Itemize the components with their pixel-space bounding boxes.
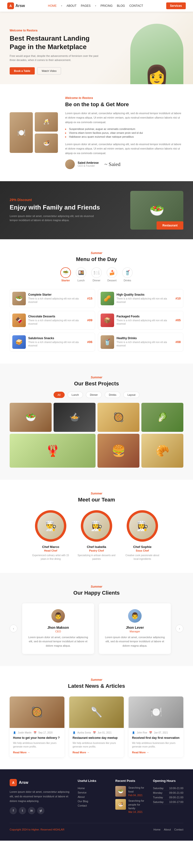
hero-welcome: Welcome to Restora (10, 29, 101, 32)
read-more-0[interactable]: Read More → (13, 751, 61, 754)
nav-about[interactable]: ABOUT (67, 4, 76, 7)
hero-section: Welcome to Restora Best Restaurant Landi… (0, 11, 193, 84)
team-name-2: Chef Sophie (133, 545, 152, 549)
menu-tab-lunch[interactable]: 🍱 Lunch (76, 267, 86, 282)
pages-caret: ▾ (95, 5, 96, 7)
about-list-item: Viverra etiam lorem facilisis purus, vit… (65, 131, 183, 135)
footer-link-3[interactable]: Our Blog (78, 799, 108, 803)
footer-link-4[interactable]: Contact (78, 803, 108, 808)
news-title-0: Home to get your home delivery ? (13, 736, 61, 740)
menu-item-name-5: Healthy Drinks (117, 337, 173, 340)
hours-day-3: Saturday (153, 801, 163, 803)
twitter-icon[interactable]: t (19, 807, 26, 814)
team-avatar-inner-2: 👩‍🍳 (129, 513, 156, 539)
news-date-icon-1: 📅 (93, 731, 96, 734)
about-subtitle: Welcome to Restora (65, 96, 183, 100)
logo-text: Arsw (15, 4, 25, 8)
menu-item-price-3: #05 (176, 318, 181, 322)
menu-item-info-5: Healthy Drinks There is a rich shared ad… (117, 337, 173, 347)
menu-item-5: 🥤 Healthy Drinks There is a rich shared … (98, 333, 183, 351)
news-card-0: 🥘 👤 Justin Martin 📅 Sep 17, 2020 Home to… (10, 696, 65, 757)
menu-section: Summer Menu of the Day 🥗 Starter 🍱 Lunch… (0, 239, 193, 364)
footer-nav-about[interactable]: About (164, 828, 171, 831)
discount-button[interactable]: Restaurant (157, 221, 183, 229)
team-name-1: Chef Isabella (87, 545, 106, 549)
footer-grid: A Arsw Lorem ipsum dolor sit amet, conse… (10, 779, 183, 816)
footer-nav-home[interactable]: Home (153, 828, 160, 831)
footer-post-1: 🍜 Searching for people for family Mar 14… (115, 799, 146, 813)
starter-label: Starter (61, 279, 70, 282)
news-meta-1: 👤 Aysha Sonia 📅 Jun 01, 2021 (73, 731, 121, 734)
next-arrow[interactable]: › (176, 625, 183, 632)
founder-signature: ~ Saied (105, 161, 120, 167)
project-tab-all[interactable]: All (53, 392, 65, 398)
nav-pricing[interactable]: PRICING (101, 4, 113, 7)
dinner-icon: 🍽️ (91, 267, 102, 278)
instagram-icon[interactable]: in (28, 807, 35, 814)
footer-link-0[interactable]: Home (78, 786, 108, 790)
team-avatar-0: 👨‍🍳 (35, 510, 66, 541)
team-avatar-2: 👩‍🍳 (127, 510, 158, 541)
menu-item-img-4: 🥪 (12, 335, 26, 349)
client-text-0: Lorem ipsum dolor sit amet, consectetur … (28, 635, 88, 648)
menu-tab-drinks[interactable]: 🥤 Drinks (122, 267, 133, 282)
menu-tab-dessert[interactable]: 🍰 Dessert (107, 267, 117, 282)
about-img-3: 🍜 (35, 133, 58, 153)
project-tab-lunch[interactable]: Lunch (68, 392, 83, 398)
team-section: Summer Meet our Team 👨‍🍳 Chef Marco Head… (0, 480, 193, 573)
footer-nav-contact[interactable]: Contact (174, 828, 183, 831)
project-tab-dinner[interactable]: Dinner (86, 392, 102, 398)
team-name-0: Chef Marco (42, 545, 60, 549)
project-item-3: 🥘 (98, 403, 140, 432)
hours-time-1: 09:00-21:00 (169, 791, 183, 794)
news-author-1: Aysha Sonia (77, 731, 91, 734)
project-item-2: 🍲 (53, 403, 95, 432)
hours-day-2: Tuesday (153, 796, 163, 799)
footer-link-1[interactable]: Service (78, 790, 108, 795)
team-avatar-inner-0: 👨‍🍳 (37, 513, 64, 539)
client-name-0: Jhon Makson (28, 626, 88, 629)
youtube-icon[interactable]: yt (37, 807, 44, 814)
nav-pages[interactable]: PAGES (81, 4, 90, 7)
news-subtitle: Summer (10, 678, 183, 681)
team-avatar-1: 👩‍🍳 (81, 510, 112, 541)
menu-item-info-2: Chocolate Desserts There is a rich share… (28, 315, 85, 326)
watch-video-button[interactable]: Watch Video (37, 67, 61, 74)
menu-tab-dinner[interactable]: 🍽️ Dinner (91, 267, 102, 282)
menu-tab-starter[interactable]: 🥗 Starter (60, 267, 71, 282)
project-tab-drinks[interactable]: Drinks (105, 392, 120, 398)
footer-link-2[interactable]: About (78, 795, 108, 799)
project-item-4: 🥬 (141, 403, 183, 432)
facebook-icon[interactable]: f (10, 807, 17, 814)
news-card-1: 🥄 👤 Aysha Sonia 📅 Jun 01, 2021 Restauran… (69, 696, 124, 757)
founder-row: Saied Ambrose CEO & Founder ~ Saied (65, 159, 183, 169)
hero-image: 👩 (130, 24, 183, 84)
nav-cta-button[interactable]: Services (166, 2, 186, 9)
footer-post-img-1: 🍜 (115, 799, 126, 810)
nav-home[interactable]: HOME (48, 4, 57, 7)
nav-contact[interactable]: CONTACT (129, 4, 143, 7)
news-date-icon-2: 📅 (149, 731, 152, 734)
about-list: Suspendisse pulvinar, augue ac venenatis… (65, 127, 183, 138)
read-more-1[interactable]: Read More → (73, 751, 121, 754)
lunch-icon: 🍱 (76, 267, 86, 278)
nav-logo[interactable]: A Arsw (7, 2, 25, 9)
hours-day-1: Monday (153, 791, 162, 794)
footer-post-title-1: Searching for people for family (128, 799, 146, 810)
news-section: Summer Latest News & Articles 🥘 👤 Justin… (0, 666, 193, 770)
team-desc-0: Experienced culinary artist with 15 year… (31, 554, 70, 561)
project-tab-layout[interactable]: Layout (123, 392, 140, 398)
about-desc1: Lorem ipsum dolor sit amet, consectetur … (65, 111, 183, 125)
book-table-button[interactable]: Book a Table (10, 67, 35, 74)
footer-hours-row-3: Saturday 10:00-17:00 (153, 800, 183, 804)
menu-item-4: 🥪 Salubrious Snacks There is a rich shar… (10, 333, 95, 351)
read-more-2[interactable]: Read More → (132, 751, 180, 754)
news-desc-0: We help ambitious businesses like yours … (13, 741, 61, 748)
menu-item-info-4: Salubrious Snacks There is a rich shared… (28, 337, 85, 347)
prev-arrow[interactable]: ‹ (10, 625, 17, 632)
menu-item-info-1: High Quality Snacks There is a rich shar… (117, 293, 173, 304)
team-emoji-0: 👨‍🍳 (45, 520, 57, 531)
news-author-0: Justin Martin (18, 731, 32, 734)
nav-blog[interactable]: BLOG (117, 4, 125, 7)
menu-item-img-2: 🍫 (12, 313, 26, 327)
